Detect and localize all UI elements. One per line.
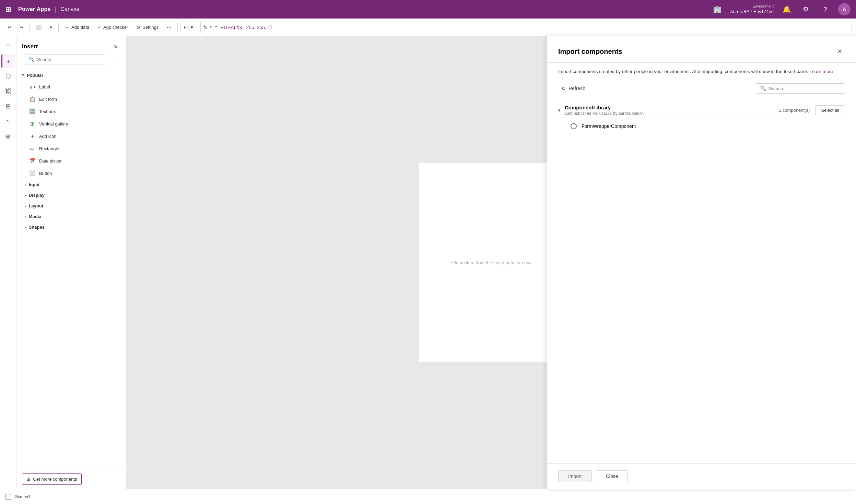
sidebar-icon-insert[interactable]: ＋ (1, 54, 15, 68)
insert-item-text-box[interactable]: 🔤 Text box (19, 105, 123, 118)
import-dialog-footer: Import Close (547, 463, 856, 489)
insert-panel-header: Insert ✕ (16, 36, 126, 54)
paste-chevron[interactable]: ▾ (46, 23, 56, 32)
shapes-chevron-icon: › (25, 225, 26, 229)
toolbar: ↩ ↪ ⬜ ▾ ＋ Add data ✓ App checker ⚙ Setti… (0, 19, 856, 36)
notification-icon[interactable]: 🔔 (781, 3, 793, 15)
screen-checkbox[interactable] (5, 494, 11, 500)
fx-icon: fx (203, 25, 207, 30)
title-separator: | (55, 6, 57, 13)
sidebar-icon-variables[interactable]: ⊕ (1, 130, 15, 143)
avatar[interactable]: A (838, 3, 851, 15)
add-data-button[interactable]: ＋ Add data (61, 22, 93, 33)
formula-bar[interactable]: fx ▾ = RGBA(255, 255, 255, 1) (200, 22, 852, 33)
insert-item-date-picker[interactable]: 📅 Date picker (19, 155, 123, 167)
rectangle-icon: ▭ (29, 145, 36, 152)
input-label: Input (29, 182, 40, 187)
button-icon: ⬜ (29, 170, 36, 177)
insert-item-label-text: Label (39, 84, 50, 89)
add-icon-icon: ＋ (29, 133, 36, 140)
expandable-media[interactable]: › Media (19, 211, 123, 222)
fill-label: Fill (184, 25, 189, 30)
media-label: Media (29, 214, 42, 219)
undo-button[interactable]: ↩ (4, 23, 15, 32)
insert-item-rectangle[interactable]: ▭ Rectangle (19, 142, 123, 155)
app-title: Power Apps (18, 6, 51, 12)
import-button[interactable]: Import (558, 470, 592, 482)
formula-value: RGBA(255, 255, 255, 1) (220, 25, 272, 30)
copy-button[interactable]: ⬜ (33, 23, 45, 32)
date-picker-icon: 📅 (29, 157, 36, 164)
fill-chevron-icon: ▾ (191, 25, 193, 30)
import-library-row: ▾ ComponentLibrary Last published on 7/1… (558, 99, 845, 119)
environment-name: AuroraBAP Env174ee (730, 9, 774, 15)
checker-icon: ✓ (97, 25, 101, 30)
settings-button[interactable]: ⚙ Settings (133, 23, 162, 32)
insert-item-vertical-gallery[interactable]: ⊞ Vertical gallery (19, 118, 123, 130)
select-all-button[interactable]: Select all (815, 105, 845, 115)
waffle-icon[interactable]: ⊞ (5, 5, 11, 13)
import-search-input[interactable] (769, 86, 841, 91)
insert-item-button[interactable]: ⬜ Button (19, 167, 123, 179)
vertical-gallery-icon: ⊞ (29, 120, 36, 127)
sidebar-icon-themes[interactable]: ≈ (1, 115, 15, 128)
screen-label: Screen1 (15, 494, 31, 499)
expandable-shapes[interactable]: › Shapes (19, 222, 123, 232)
library-chevron-icon[interactable]: ▾ (558, 108, 561, 113)
redo-button[interactable]: ↪ (16, 23, 27, 32)
sidebar-icon-data[interactable]: ⬡ (1, 69, 15, 83)
refresh-button[interactable]: ↻ Refresh (558, 84, 589, 93)
insert-item-label[interactable]: 🏷 Label (19, 81, 123, 93)
insert-panel-content: ▾ Popular 🏷 Label 📋 Edit form 🔤 Text box… (16, 70, 126, 469)
environment-icon[interactable]: 🏢 (711, 3, 723, 15)
close-button[interactable]: Close (596, 470, 628, 482)
bottom-bar: Screen1 (0, 489, 856, 504)
more-options-button[interactable]: ⋯ (163, 23, 175, 32)
sidebar-icon-components[interactable]: ⊞ (1, 99, 15, 113)
display-chevron-icon: › (25, 193, 26, 197)
canvas-frame: Add an item from the Insert pane or conn (419, 163, 563, 362)
fill-dropdown[interactable]: Fill ▾ (180, 22, 196, 33)
app-checker-button[interactable]: ✓ App checker (94, 23, 131, 32)
settings-icon[interactable]: ⚙ (800, 3, 812, 15)
import-component-row: FormWrapperComponent (558, 119, 845, 133)
component-radio[interactable] (571, 123, 577, 129)
insert-search-box[interactable]: 🔍 (25, 54, 105, 64)
insert-item-add-icon[interactable]: ＋ Add icon (19, 130, 123, 142)
formula-chevron-icon: ▾ (210, 25, 212, 29)
import-dialog: Import components ✕ Import components cr… (547, 36, 856, 489)
label-icon: 🏷 (29, 83, 36, 90)
refresh-label: Refresh (568, 86, 585, 91)
more-options-insert-button[interactable]: ⋯ (111, 56, 122, 65)
import-search-box[interactable]: 🔍 (756, 83, 845, 94)
expandable-layout[interactable]: › Layout (19, 201, 123, 211)
topbar: ⊞ Power Apps | Canvas 🏢 Environment Auro… (0, 0, 856, 19)
import-search-icon: 🔍 (760, 86, 766, 91)
import-dialog-description: Import components created by other peopl… (547, 63, 856, 81)
learn-more-link[interactable]: Learn more (809, 69, 833, 74)
expandable-display[interactable]: › Display (19, 190, 123, 201)
get-more-components-button[interactable]: ⊞ Get more components (22, 473, 82, 485)
popular-label: Popular (27, 73, 43, 78)
insert-item-rectangle-text: Rectangle (39, 146, 59, 151)
import-dialog-close-button[interactable]: ✕ (834, 46, 845, 57)
insert-item-edit-form[interactable]: 📋 Edit form (19, 93, 123, 105)
sidebar-icon-tree[interactable]: ≡ (1, 39, 15, 53)
popular-section-header[interactable]: ▾ Popular (19, 70, 123, 81)
topbar-right: 🏢 Environment AuroraBAP Env174ee 🔔 ⚙ ? A (711, 3, 851, 15)
sidebar-icon-media[interactable]: 🖼 (1, 84, 15, 98)
help-icon[interactable]: ? (819, 3, 831, 15)
main-layout: ≡ ＋ ⬡ 🖼 ⊞ ≈ ⊕ Insert ✕ 🔍 ⋯ ▾ Popular � (0, 36, 856, 489)
import-dialog-content: ▾ ComponentLibrary Last published on 7/1… (547, 99, 856, 463)
insert-item-button-text: Button (39, 171, 52, 176)
display-label: Display (29, 193, 45, 198)
environment-label: Environment (752, 4, 774, 9)
import-description-text: Import components created by other peopl… (558, 69, 808, 74)
expandable-input[interactable]: › Input (19, 179, 123, 190)
add-data-icon: ＋ (65, 24, 69, 31)
settings-gear-icon: ⚙ (136, 25, 140, 30)
insert-panel-close-button[interactable]: ✕ (111, 42, 120, 51)
search-input[interactable] (37, 57, 102, 62)
canvas-placeholder-text: Add an item from the Insert pane or conn (450, 260, 531, 265)
library-meta: Last published on 7/15/21 by aurorauser0… (565, 111, 779, 116)
